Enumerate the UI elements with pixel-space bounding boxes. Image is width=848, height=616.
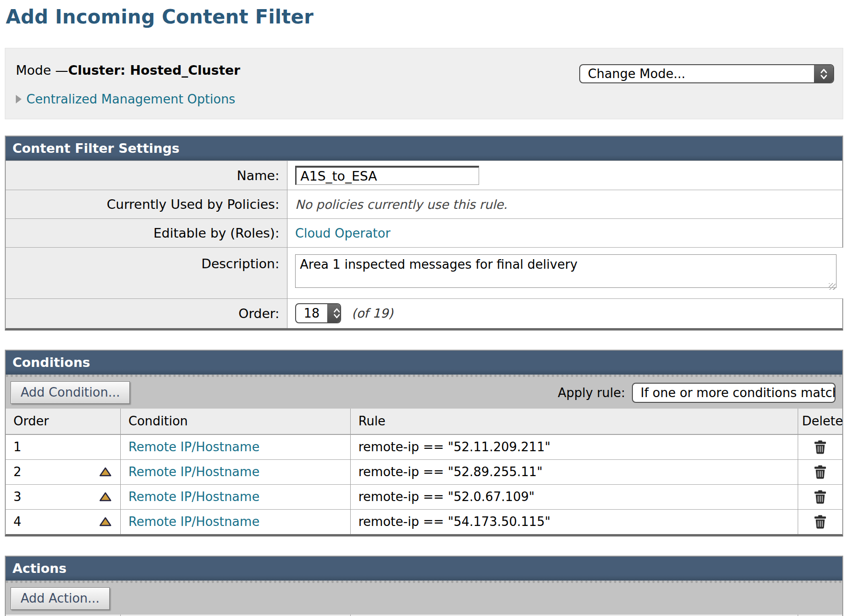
apply-rule-label: Apply rule: xyxy=(558,386,625,400)
change-mode-select-value: Change Mode... xyxy=(580,65,814,82)
policies-value: No policies currently use this rule. xyxy=(295,197,507,212)
conditions-table-header: Order Condition Rule Delete xyxy=(6,409,842,434)
settings-section-header: Content Filter Settings xyxy=(6,137,842,160)
apply-rule-select-value: If one or more conditions match xyxy=(633,384,836,402)
order-select[interactable]: 18 xyxy=(295,303,341,323)
add-action-button[interactable]: Add Action... xyxy=(11,587,110,610)
delete-button[interactable] xyxy=(814,440,827,455)
delete-button[interactable] xyxy=(814,490,827,504)
disclosure-arrow-icon[interactable] xyxy=(16,95,22,103)
condition-link[interactable]: Remote IP/Hostname xyxy=(128,440,260,454)
col-header-order: Order xyxy=(6,409,121,434)
mode-label: Mode — xyxy=(16,63,68,78)
table-row: 3 Remote IP/Hostname remote-ip == "52.0.… xyxy=(6,484,842,509)
name-label: Name: xyxy=(6,161,287,190)
trash-icon xyxy=(814,440,827,455)
apply-rule-select[interactable]: If one or more conditions match xyxy=(632,383,836,403)
actions-section: Actions Add Action... Order Action Rule … xyxy=(5,556,843,616)
policies-row: Currently Used by Policies: No policies … xyxy=(6,190,842,218)
roles-row: Editable by (Roles): Cloud Operator xyxy=(6,218,842,247)
delete-button[interactable] xyxy=(814,515,827,529)
move-up-icon[interactable] xyxy=(99,467,112,477)
trash-icon xyxy=(814,515,827,529)
roles-link[interactable]: Cloud Operator xyxy=(295,226,390,240)
change-mode-select[interactable]: Change Mode... xyxy=(579,64,834,83)
description-label: Description: xyxy=(6,248,287,298)
name-input[interactable] xyxy=(295,166,479,185)
row-order: 4 xyxy=(13,514,22,529)
conditions-section: Conditions Add Condition... Apply rule: … xyxy=(5,350,843,536)
mode-panel: Mode —Cluster: Hosted_Cluster Change Mod… xyxy=(5,48,843,119)
select-stepper-icon xyxy=(814,65,833,82)
table-row: 1 Remote IP/Hostname remote-ip == "52.11… xyxy=(6,434,842,459)
order-select-value: 18 xyxy=(296,304,327,322)
condition-link[interactable]: Remote IP/Hostname xyxy=(128,490,260,504)
actions-section-header: Actions xyxy=(6,557,842,581)
move-up-icon[interactable] xyxy=(99,491,112,502)
mode-value: Cluster: Hosted_Cluster xyxy=(68,63,240,78)
row-order: 1 xyxy=(13,440,22,454)
order-row: Order: 18 (of 19) xyxy=(6,298,842,328)
rule-text: remote-ip == "54.173.50.115" xyxy=(351,510,798,534)
order-total: (of 19) xyxy=(352,306,393,320)
rule-text: remote-ip == "52.11.209.211" xyxy=(351,435,798,459)
delete-button[interactable] xyxy=(814,465,827,479)
centralized-management-link[interactable]: Centralized Management Options xyxy=(26,92,235,106)
select-stepper-icon xyxy=(327,304,341,322)
roles-label: Editable by (Roles): xyxy=(6,219,287,247)
conditions-section-header: Conditions xyxy=(6,351,842,375)
col-header-delete: Delete xyxy=(798,409,842,434)
row-order: 3 xyxy=(13,490,22,504)
actions-toolbar: Add Action... xyxy=(6,581,842,615)
description-textarea[interactable]: Area 1 inspected messages for final deli… xyxy=(295,254,837,288)
row-order: 2 xyxy=(13,465,22,479)
conditions-toolbar: Add Condition... Apply rule: If one or m… xyxy=(6,375,842,409)
table-row: 4 Remote IP/Hostname remote-ip == "54.17… xyxy=(6,509,842,534)
condition-link[interactable]: Remote IP/Hostname xyxy=(128,465,260,479)
description-row: Description: Area 1 inspected messages f… xyxy=(6,247,842,298)
page-title: Add Incoming Content Filter xyxy=(6,6,843,28)
page: Add Incoming Content Filter Mode —Cluste… xyxy=(0,0,848,616)
rule-text: remote-ip == "52.0.67.109" xyxy=(351,485,798,509)
trash-icon xyxy=(814,465,827,479)
table-row: 2 Remote IP/Hostname remote-ip == "52.89… xyxy=(6,459,842,484)
col-header-condition: Condition xyxy=(121,409,351,434)
trash-icon xyxy=(814,490,827,504)
name-row: Name: xyxy=(6,160,842,190)
policies-label: Currently Used by Policies: xyxy=(6,190,287,218)
rule-text: remote-ip == "52.89.255.11" xyxy=(351,460,798,484)
add-condition-button[interactable]: Add Condition... xyxy=(11,381,130,404)
content-filter-settings-section: Content Filter Settings Name: Currently … xyxy=(5,136,843,331)
order-label: Order: xyxy=(6,299,287,328)
move-up-icon[interactable] xyxy=(99,516,112,527)
col-header-rule: Rule xyxy=(351,409,798,434)
condition-link[interactable]: Remote IP/Hostname xyxy=(128,514,260,529)
